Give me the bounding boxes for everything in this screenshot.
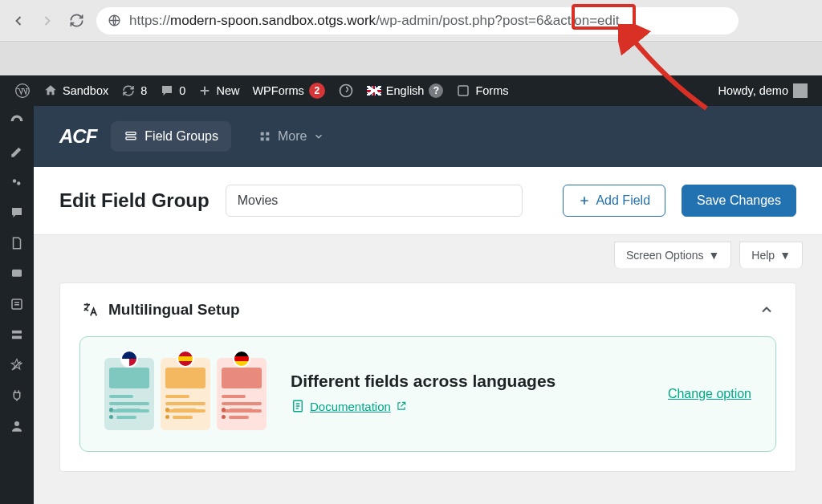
edit-header-row: Edit Field Group Add Field Save Changes [34,167,822,235]
save-label: Save Changes [697,193,781,208]
grid-icon [258,130,271,143]
help-toggle[interactable]: Help ▼ [739,242,803,268]
wp-logo[interactable] [8,75,37,106]
wordpress-icon [14,83,31,99]
users-icon[interactable] [8,417,26,435]
svg-rect-9 [12,336,22,339]
svg-rect-14 [266,132,269,136]
flag-uk-icon [367,86,381,96]
svg-point-4 [13,179,17,183]
wp-admin-sidebar [0,106,34,504]
screen-options-toggle[interactable]: Screen Options ▼ [614,242,731,268]
save-changes-button[interactable]: Save Changes [682,185,796,217]
svg-rect-11 [126,132,136,135]
thumb-german [217,358,267,430]
language-label: English [386,84,425,97]
info-text: Different fields across languages Docume… [291,372,555,417]
comments-count: 0 [179,84,185,97]
svg-rect-6 [12,270,22,277]
chevron-down-icon [313,131,324,142]
dashboard-icon[interactable] [8,112,26,130]
comments-menu-icon[interactable] [8,204,26,222]
forms-icon [456,83,470,98]
posts-icon[interactable] [8,143,26,161]
list-icon [124,129,138,144]
comments-link[interactable]: 0 [153,75,192,106]
chevron-up-icon[interactable] [759,302,775,318]
info-heading: Different fields across languages [291,372,555,391]
main-content: ACF Field Groups More Edit Field Group A… [34,106,822,504]
documentation-link[interactable]: Documentation [291,399,407,413]
reload-button[interactable] [67,12,85,30]
acf-menu-icon[interactable] [8,326,26,343]
thumb-english [104,358,154,430]
thumb-spanish [161,358,210,430]
tab-field-groups[interactable]: Field Groups [111,121,231,152]
appearance-icon[interactable] [8,356,26,374]
new-link[interactable]: New [192,75,246,106]
feedback-icon[interactable] [8,265,26,282]
tab-more-label: More [278,129,307,144]
caret-down-icon: ▼ [708,249,719,262]
home-icon [43,83,58,98]
wpforms-menu-icon[interactable] [8,295,26,313]
plus-icon [198,84,211,97]
page-title: Edit Field Group [59,189,210,212]
updates-count: 8 [140,84,147,97]
wpforms-label: WPForms [252,84,303,97]
change-option-label: Change option [668,387,751,400]
back-button[interactable] [10,12,27,30]
media-icon[interactable] [8,173,26,191]
svg-point-5 [17,181,21,185]
wpforms-badge: 2 [309,83,325,99]
caret-down-icon: ▼ [779,249,791,262]
panel-header[interactable]: Multilingual Setup [60,283,796,336]
add-field-label: Add Field [596,193,650,208]
forward-button[interactable] [39,12,56,30]
screen-meta-row: Screen Options ▼ Help ▼ [34,235,822,282]
site-name: Sandbox [63,84,108,97]
documentation-label: Documentation [310,400,391,413]
flag-de-icon [233,350,250,368]
forms-link[interactable]: Forms [450,75,515,106]
avatar-icon [793,83,808,98]
url-text: https://modern-spoon.sandbox.otgs.work/w… [129,13,620,29]
field-group-title-input[interactable] [226,185,523,217]
translation-info-box: Different fields across languages Docume… [79,336,776,452]
support-link[interactable] [332,75,360,106]
plus-icon [578,194,591,207]
svg-rect-15 [261,137,264,140]
external-link-icon [396,400,407,412]
updates-link[interactable]: 8 [115,75,153,106]
comment-icon [160,83,174,98]
help-label: Help [751,249,775,262]
new-label: New [216,84,239,97]
forms-label: Forms [475,84,508,97]
tab-more[interactable]: More [246,121,337,152]
svg-point-2 [340,85,352,97]
panel-body: Different fields across languages Docume… [60,336,796,471]
language-thumbnails [104,358,267,430]
annotation-arrow-icon [618,24,730,120]
add-field-button[interactable]: Add Field [563,185,665,217]
language-link[interactable]: English? [360,75,450,106]
document-icon [291,399,305,413]
update-icon [121,83,136,98]
screen-options-label: Screen Options [626,249,704,262]
pages-icon[interactable] [8,234,26,252]
flag-uk-icon [120,350,138,368]
site-link[interactable]: Sandbox [37,75,115,106]
svg-rect-12 [126,137,136,140]
plugins-icon[interactable] [8,387,26,404]
panel-title: Multilingual Setup [108,301,240,319]
multilingual-panel: Multilingual Setup Different fields acro… [59,282,796,472]
flag-es-icon [177,350,194,368]
change-option-link[interactable]: Change option [668,387,751,401]
globe-icon [108,14,121,27]
svg-rect-8 [12,331,22,334]
support-icon [338,83,354,99]
translate-icon [81,301,99,319]
wpforms-link[interactable]: WPForms2 [246,75,331,106]
svg-rect-13 [261,132,264,136]
url-highlight-box [572,4,636,30]
